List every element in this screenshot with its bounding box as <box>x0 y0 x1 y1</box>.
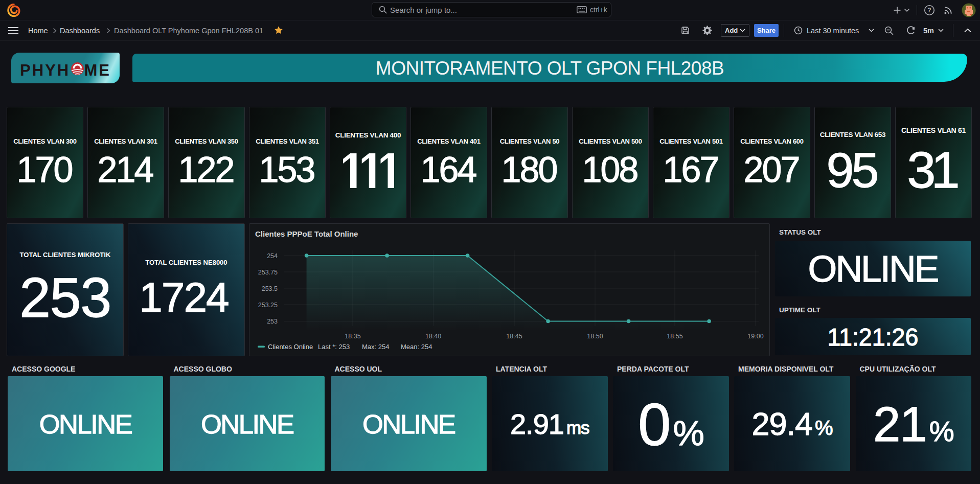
svg-text:?: ? <box>927 7 931 14</box>
svg-text:18:50: 18:50 <box>587 333 603 340</box>
svg-text:18:35: 18:35 <box>345 333 360 340</box>
svg-text:Clientes PPPoE Total Online: Clientes PPPoE Total Online <box>255 229 358 238</box>
svg-text:254: 254 <box>267 252 278 260</box>
svg-text:18:55: 18:55 <box>667 333 682 340</box>
svg-text:18:45: 18:45 <box>506 333 522 340</box>
svg-text:253.5: 253.5 <box>262 285 278 292</box>
svg-text:18:40: 18:40 <box>425 333 441 340</box>
svg-text:253.75: 253.75 <box>258 269 278 276</box>
svg-text:253: 253 <box>267 318 278 325</box>
svg-text:Last *: 253: Last *: 253 <box>318 343 350 351</box>
svg-text:Clientes Online: Clientes Online <box>268 343 313 351</box>
svg-text:19:00: 19:00 <box>747 333 763 340</box>
svg-text:Mean: 254: Mean: 254 <box>401 343 432 351</box>
svg-text:253.25: 253.25 <box>258 302 278 309</box>
svg-text:Max: 254: Max: 254 <box>362 343 389 351</box>
